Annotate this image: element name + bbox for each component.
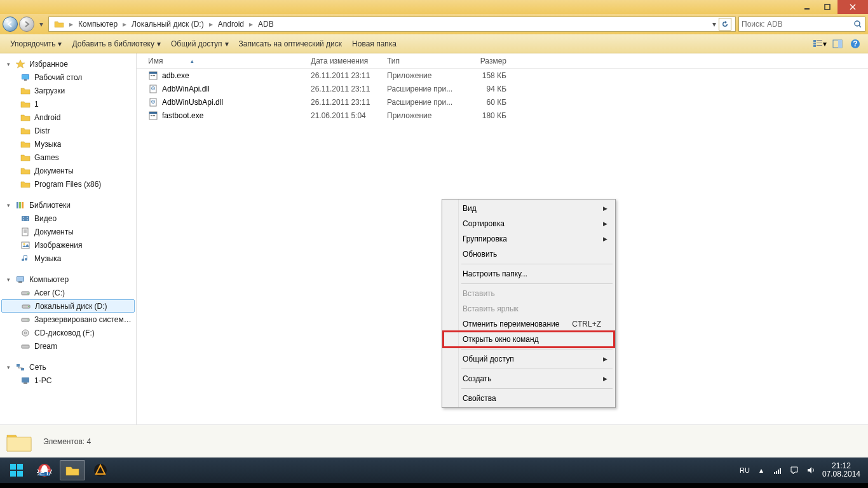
drive-icon <box>20 315 31 325</box>
menu-item-refresh[interactable]: Обновить <box>444 247 614 262</box>
sidebar-item-1pc[interactable]: 1-PC <box>0 374 136 387</box>
sidebar-item-video[interactable]: Видео <box>0 212 136 225</box>
sidebar-item-downloads[interactable]: Загрузки <box>0 84 136 97</box>
svg-rect-35 <box>18 281 22 283</box>
refresh-button[interactable] <box>719 18 731 30</box>
svg-rect-53 <box>150 85 156 93</box>
sidebar-item-games[interactable]: Games <box>0 151 136 164</box>
taskbar-app-opera[interactable]: BETA <box>32 460 57 480</box>
sidebar-item-android[interactable]: Android <box>0 111 136 124</box>
sidebar-item-desktop[interactable]: Рабочий стол <box>0 71 136 84</box>
file-rows[interactable]: adb.exe26.11.2011 23:11Приложение158 КБA… <box>137 69 868 424</box>
file-row[interactable]: AdbWinUsbApi.dll26.11.2011 23:11Расширен… <box>137 95 868 109</box>
sidebar-item-reserved[interactable]: Зарезервировано системой ( <box>0 313 136 326</box>
breadcrumb-bar[interactable]: ▸ Компьютер ▸ Локальный диск (D:) ▸ Andr… <box>48 17 736 32</box>
context-menu: Вид▶ Сортировка▶ Группировка▶ Обновить Н… <box>442 199 616 408</box>
preview-pane-button[interactable] <box>830 36 845 51</box>
menu-item-undo-rename[interactable]: Отменить переименованиеCTRL+Z <box>444 316 614 332</box>
history-dropdown[interactable]: ▾ <box>37 20 46 29</box>
sidebar-item-music[interactable]: Музыка <box>0 137 136 151</box>
column-header-name[interactable]: Имя▴ <box>148 57 311 65</box>
svg-rect-63 <box>10 464 16 470</box>
sidebar-item-distr[interactable]: Distr <box>0 124 136 137</box>
taskbar-app-aimp[interactable] <box>88 460 113 480</box>
menu-item-sort[interactable]: Сортировка▶ <box>444 216 614 231</box>
action-center-icon[interactable] <box>789 465 799 475</box>
chevron-right-icon[interactable]: ▸ <box>248 20 254 29</box>
start-button[interactable] <box>3 458 31 482</box>
clock[interactable]: 21:12 07.08.2014 <box>822 462 860 478</box>
svg-rect-21 <box>22 202 24 208</box>
sidebar-libraries[interactable]: ▾Библиотеки <box>0 198 136 212</box>
search-box[interactable] <box>738 17 865 32</box>
forward-button[interactable] <box>19 17 34 32</box>
cd-drive-icon <box>20 328 31 338</box>
sidebar-favorites[interactable]: ▾Избранное <box>0 57 136 71</box>
file-row[interactable]: adb.exe26.11.2011 23:11Приложение158 КБ <box>137 69 868 82</box>
file-date: 26.11.2011 23:11 <box>311 85 387 93</box>
organize-menu[interactable]: Упорядочить ▾ <box>5 37 67 51</box>
file-name: adb.exe <box>162 71 189 80</box>
documents-icon <box>20 227 31 237</box>
menu-item-create[interactable]: Создать▶ <box>444 371 614 386</box>
file-row[interactable]: AdbWinApi.dll26.11.2011 23:11Расширение … <box>137 82 868 95</box>
folder-icon <box>20 152 31 163</box>
breadcrumb-computer[interactable]: Компьютер <box>74 17 121 31</box>
volume-icon[interactable] <box>806 465 816 475</box>
burn-button[interactable]: Записать на оптический диск <box>234 37 348 51</box>
help-button[interactable]: ? <box>848 36 863 51</box>
sidebar-computer[interactable]: ▾Компьютер <box>0 273 136 286</box>
sidebar-item-cd-drive[interactable]: CD-дисковод (F:) <box>0 326 136 339</box>
maximize-button[interactable] <box>817 0 837 14</box>
language-indicator[interactable]: RU <box>740 466 750 474</box>
sidebar-item-documents[interactable]: Документы <box>0 164 136 177</box>
taskbar-app-explorer[interactable] <box>60 460 85 480</box>
menu-item-paste-shortcut: Вставить ярлык <box>444 301 614 316</box>
close-button[interactable] <box>837 0 868 14</box>
application-icon <box>148 111 158 121</box>
sidebar-item-1[interactable]: 1 <box>0 97 136 111</box>
menu-item-customize[interactable]: Настроить папку... <box>444 266 614 281</box>
file-type: Приложение <box>387 111 462 120</box>
column-header-date[interactable]: Дата изменения <box>311 57 387 65</box>
share-menu[interactable]: Общий доступ ▾ <box>166 37 234 51</box>
menu-item-view[interactable]: Вид▶ <box>444 201 614 216</box>
sidebar-item-acer-c[interactable]: Acer (C:) <box>0 286 136 299</box>
add-to-library-menu[interactable]: Добавить в библиотеку ▾ <box>67 37 166 51</box>
sidebar-network[interactable]: ▾Сеть <box>0 360 136 374</box>
back-button[interactable] <box>3 17 18 32</box>
svg-rect-20 <box>19 202 21 208</box>
menu-item-group[interactable]: Группировка▶ <box>444 231 614 247</box>
search-icon[interactable] <box>853 20 862 29</box>
column-header-size[interactable]: Размер <box>462 57 506 65</box>
sidebar-item-lib-music[interactable]: Музыка <box>0 252 136 265</box>
file-row[interactable]: fastboot.exe21.06.2011 5:04Приложение180… <box>137 109 868 122</box>
breadcrumb-dropdown[interactable]: ▾ <box>712 20 716 29</box>
system-tray: RU ▴ 21:12 07.08.2014 <box>740 462 865 478</box>
column-header-type[interactable]: Тип <box>387 57 462 65</box>
network-icon[interactable] <box>773 465 783 475</box>
chevron-right-icon[interactable]: ▸ <box>121 20 128 29</box>
sidebar-item-lib-documents[interactable]: Документы <box>0 225 136 238</box>
sidebar-item-local-d[interactable]: Локальный диск (D:) <box>1 299 135 313</box>
breadcrumb-adb[interactable]: ADB <box>254 17 278 31</box>
new-folder-button[interactable]: Новая папка <box>347 37 402 51</box>
menu-item-properties[interactable]: Свойства <box>444 391 614 406</box>
breadcrumb-android[interactable]: Android <box>214 17 248 31</box>
svg-rect-75 <box>780 468 781 474</box>
sidebar-item-program-files[interactable]: Program Files (x86) <box>0 177 136 191</box>
menu-item-open-command-window[interactable]: Открыть окно команд <box>444 332 614 347</box>
view-mode-button[interactable]: ▾ <box>812 36 827 51</box>
tray-chevron-up-icon[interactable]: ▴ <box>756 465 766 475</box>
sidebar-item-dream[interactable]: Dream <box>0 339 136 353</box>
svg-rect-56 <box>150 98 156 106</box>
svg-rect-52 <box>153 75 155 76</box>
chevron-right-icon[interactable]: ▸ <box>68 20 74 29</box>
search-input[interactable] <box>742 20 853 29</box>
sidebar-item-images[interactable]: Изображения <box>0 238 136 252</box>
minimize-button[interactable] <box>797 0 817 14</box>
network-icon <box>15 362 25 372</box>
chevron-right-icon[interactable]: ▸ <box>208 20 214 29</box>
breadcrumb-disk-d[interactable]: Локальный диск (D:) <box>128 17 208 31</box>
menu-item-share[interactable]: Общий доступ▶ <box>444 351 614 367</box>
